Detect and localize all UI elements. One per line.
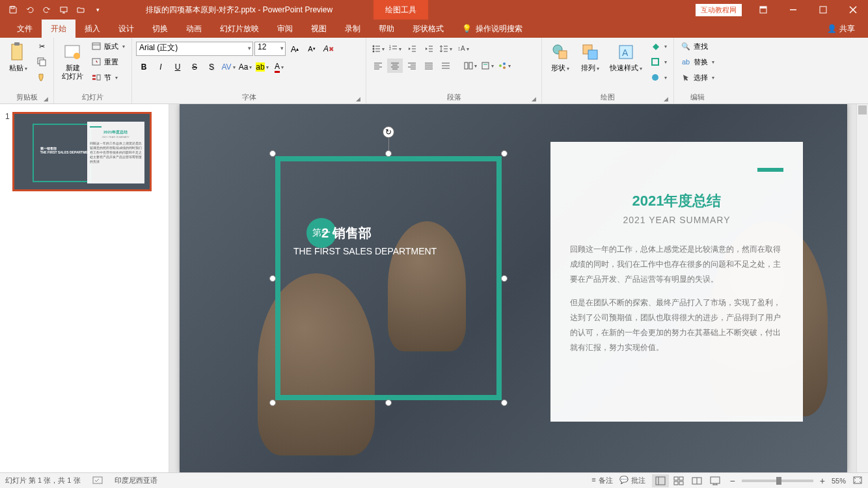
svg-rect-7 bbox=[14, 42, 20, 46]
fit-to-window-icon[interactable] bbox=[852, 476, 863, 486]
close-icon[interactable] bbox=[838, 0, 868, 20]
bullets-icon[interactable]: ▾ bbox=[370, 42, 386, 56]
text-direction-icon[interactable]: ↕A▾ bbox=[455, 42, 470, 56]
increase-font-icon[interactable]: A▴ bbox=[287, 42, 303, 56]
font-size-combo[interactable]: 12▾ bbox=[254, 42, 286, 56]
tab-slideshow[interactable]: 幻灯片放映 bbox=[211, 20, 268, 38]
redo-icon[interactable] bbox=[39, 2, 55, 18]
shapes-button[interactable]: 形状▾ bbox=[546, 39, 575, 75]
normal-view-icon[interactable] bbox=[652, 474, 669, 487]
line-spacing-icon[interactable]: ▾ bbox=[438, 42, 454, 56]
underline-icon[interactable]: U bbox=[170, 60, 185, 74]
slide-canvas[interactable]: 第一 2 销售部 THE FIRST SALES DEPARTMENT 2021… bbox=[169, 104, 868, 472]
tutorial-link[interactable]: 互动教程网 bbox=[696, 4, 742, 16]
decrease-font-icon[interactable]: A▾ bbox=[304, 42, 319, 56]
slide-title-text[interactable]: 2 销售部 bbox=[321, 224, 372, 242]
tab-file[interactable]: 文件 bbox=[8, 20, 42, 38]
minimize-icon[interactable] bbox=[778, 0, 808, 20]
layout-button[interactable]: 版式▾ bbox=[88, 39, 128, 53]
increase-indent-icon[interactable] bbox=[421, 42, 437, 56]
dialog-launcher-icon[interactable]: ◢ bbox=[44, 96, 48, 102]
ribbon-display-options-icon[interactable] bbox=[748, 0, 778, 20]
vertical-scrollbar[interactable] bbox=[856, 104, 868, 472]
cut-button[interactable]: ✂ bbox=[34, 39, 49, 53]
smartart-icon[interactable]: ▾ bbox=[496, 59, 512, 73]
arrange-button[interactable]: 排列▾ bbox=[576, 39, 604, 75]
new-slide-button[interactable]: 新建 幻灯片 bbox=[58, 39, 87, 83]
notes-button[interactable]: ≡备注 bbox=[591, 476, 612, 485]
quick-styles-button[interactable]: A 快速样式▾ bbox=[606, 39, 646, 75]
slide-thumbnail-1[interactable]: 第一销售部THE FIRST SALES DEPARTMENT 2021年度总结… bbox=[12, 112, 152, 191]
share-button[interactable]: 👤 共享 bbox=[827, 23, 855, 34]
find-button[interactable]: 🔍查找 bbox=[678, 39, 717, 53]
comments-button[interactable]: 💬批注 bbox=[619, 476, 645, 485]
align-text-icon[interactable]: ▾ bbox=[480, 59, 495, 73]
shape-effects-button[interactable]: ▾ bbox=[647, 70, 670, 85]
highlight-icon[interactable]: ab▾ bbox=[254, 60, 270, 74]
sorter-view-icon[interactable] bbox=[670, 474, 687, 487]
start-from-beginning-icon[interactable] bbox=[56, 2, 72, 18]
green-frame-shape[interactable] bbox=[275, 156, 502, 400]
reading-view-icon[interactable] bbox=[688, 474, 705, 487]
tab-insert[interactable]: 插入 bbox=[75, 20, 109, 38]
tab-view[interactable]: 视图 bbox=[302, 20, 336, 38]
spellcheck-icon[interactable] bbox=[92, 476, 103, 486]
language-status[interactable]: 印度尼西亚语 bbox=[115, 476, 157, 485]
summary-card-shape[interactable]: 2021年度总结 2021 YEAR SUMMARY 回顾这一年的工作，总体上感… bbox=[550, 142, 803, 422]
save-icon[interactable] bbox=[5, 2, 21, 18]
replace-button[interactable]: ab替换▾ bbox=[678, 55, 717, 69]
align-right-icon[interactable] bbox=[404, 59, 420, 73]
align-left-icon[interactable] bbox=[370, 59, 386, 73]
character-spacing-icon[interactable]: AV▾ bbox=[221, 60, 236, 74]
copy-button[interactable] bbox=[34, 55, 49, 69]
tab-transitions[interactable]: 切换 bbox=[143, 20, 177, 38]
section-button[interactable]: 节▾ bbox=[88, 70, 128, 85]
columns-icon[interactable]: ▾ bbox=[463, 59, 478, 73]
zoom-slider[interactable] bbox=[742, 480, 813, 482]
qat-customize-icon[interactable]: ▾ bbox=[90, 2, 105, 18]
align-center-icon[interactable] bbox=[387, 59, 403, 73]
zoom-percentage[interactable]: 55% bbox=[832, 477, 846, 485]
format-painter-button[interactable] bbox=[34, 70, 49, 85]
tab-design[interactable]: 设计 bbox=[109, 20, 143, 38]
justify-icon[interactable] bbox=[421, 59, 437, 73]
dialog-launcher-icon[interactable]: ◢ bbox=[532, 96, 536, 102]
tab-animations[interactable]: 动画 bbox=[177, 20, 211, 38]
font-color-icon[interactable]: A▾ bbox=[271, 60, 287, 74]
distributed-icon[interactable] bbox=[438, 59, 454, 73]
strikethrough-icon[interactable]: S bbox=[187, 60, 202, 74]
select-button[interactable]: 选择▾ bbox=[678, 70, 717, 85]
slideshow-view-icon[interactable] bbox=[707, 474, 724, 487]
zoom-in-button[interactable]: + bbox=[820, 476, 825, 486]
change-case-icon[interactable]: Aa▾ bbox=[237, 60, 253, 74]
paste-button[interactable]: 粘贴▾ bbox=[4, 39, 33, 75]
slide-subtitle-text[interactable]: THE FIRST SALES DEPARTMENT bbox=[293, 246, 437, 256]
dialog-launcher-icon[interactable]: ◢ bbox=[664, 96, 668, 102]
slide-thumbnail-panel[interactable]: 1 第一销售部THE FIRST SALES DEPARTMENT 2021年度… bbox=[0, 104, 169, 472]
tab-home[interactable]: 开始 bbox=[42, 20, 75, 38]
tab-record[interactable]: 录制 bbox=[336, 20, 370, 38]
tab-shape-format[interactable]: 形状格式 bbox=[403, 20, 453, 38]
slide-1[interactable]: 第一 2 销售部 THE FIRST SALES DEPARTMENT 2021… bbox=[180, 104, 847, 472]
svg-point-61 bbox=[499, 64, 502, 67]
zoom-out-button[interactable]: − bbox=[730, 476, 735, 486]
dialog-launcher-icon[interactable]: ◢ bbox=[356, 96, 360, 102]
shape-fill-button[interactable]: ▾ bbox=[647, 39, 670, 53]
tell-me-search[interactable]: 💡 操作说明搜索 bbox=[453, 20, 532, 38]
slide-counter[interactable]: 幻灯片 第 1 张，共 1 张 bbox=[5, 476, 81, 485]
numbering-icon[interactable]: 12▾ bbox=[387, 42, 403, 56]
clear-formatting-icon[interactable]: A✖ bbox=[321, 42, 336, 56]
open-icon[interactable] bbox=[73, 2, 88, 18]
maximize-icon[interactable] bbox=[808, 0, 838, 20]
tab-help[interactable]: 帮助 bbox=[370, 20, 403, 38]
bold-icon[interactable]: B bbox=[136, 60, 152, 74]
reset-button[interactable]: 重置 bbox=[88, 55, 128, 69]
tab-review[interactable]: 审阅 bbox=[268, 20, 302, 38]
decrease-indent-icon[interactable] bbox=[404, 42, 420, 56]
undo-icon[interactable] bbox=[22, 2, 38, 18]
text-shadow-icon[interactable]: S bbox=[204, 60, 219, 74]
shape-outline-button[interactable]: ▾ bbox=[647, 55, 670, 69]
italic-icon[interactable]: I bbox=[153, 60, 169, 74]
font-name-combo[interactable]: Arial (正文)▾ bbox=[136, 42, 253, 56]
select-icon bbox=[681, 72, 691, 83]
